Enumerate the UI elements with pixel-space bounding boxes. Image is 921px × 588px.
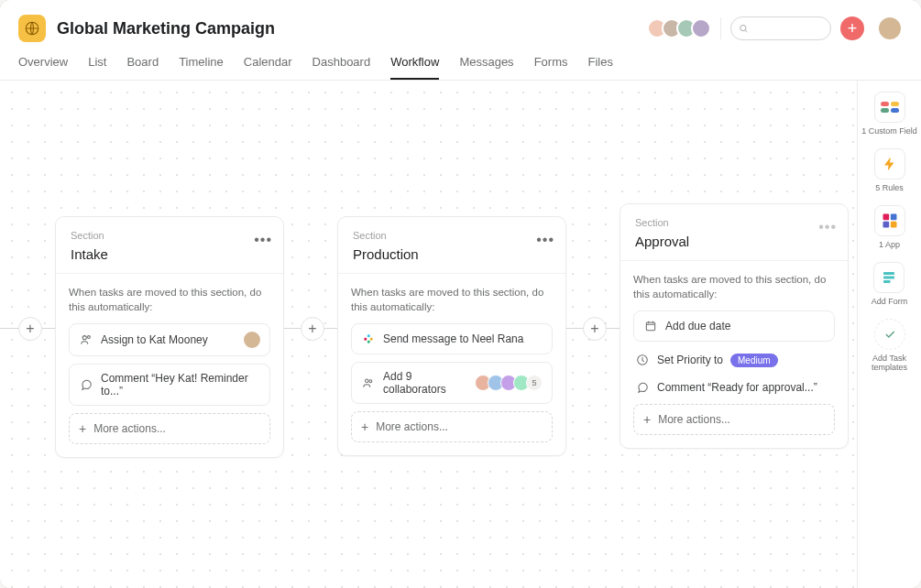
svg-rect-14	[883, 222, 889, 228]
priority-icon	[635, 353, 650, 367]
rule-text: Add due date	[665, 320, 730, 332]
section-label: Section	[353, 230, 551, 241]
tab-timeline[interactable]: Timeline	[179, 55, 224, 80]
user-avatar[interactable]	[877, 16, 903, 41]
search-input[interactable]	[730, 16, 831, 40]
rule-comment[interactable]: Comment “Hey Kat! Reminder to...”	[69, 364, 270, 406]
section-approval: Section Approval ••• When tasks are move…	[619, 203, 849, 449]
tab-board[interactable]: Board	[126, 55, 159, 80]
svg-point-8	[366, 379, 369, 383]
svg-rect-5	[367, 335, 370, 338]
more-actions[interactable]: + More actions...	[633, 404, 835, 435]
header: Global Marketing Campaign + Overview	[0, 0, 921, 81]
workflow-canvas[interactable]: + + + Section Intake ••• When tasks are …	[0, 81, 857, 588]
section-title: Approval	[635, 234, 833, 249]
tab-forms[interactable]: Forms	[534, 55, 568, 80]
svg-point-1	[740, 25, 746, 30]
body: + + + Section Intake ••• When tasks are …	[0, 81, 921, 588]
custom-field-icon	[874, 92, 905, 123]
section-label: Section	[635, 217, 833, 228]
rule-text: Assign to Kat Mooney	[101, 333, 236, 346]
section-title: Intake	[71, 246, 269, 262]
tab-messages[interactable]: Messages	[459, 55, 513, 80]
app-window: Global Marketing Campaign + Overview	[0, 0, 921, 588]
rule-duedate[interactable]: Add due date	[633, 310, 835, 342]
collab-avatars: 5	[478, 375, 543, 391]
divider	[720, 17, 721, 39]
svg-rect-17	[883, 277, 894, 279]
tabs: Overview List Board Timeline Calendar Da…	[18, 55, 903, 80]
more-actions[interactable]: + More actions...	[69, 413, 270, 444]
assign-icon	[79, 332, 93, 347]
right-sidebar: 1 Custom Field 5 Rules 1 App Add Form	[857, 81, 921, 588]
rule-slack[interactable]: Send message to Neel Rana	[351, 323, 553, 354]
section-menu-icon[interactable]: •••	[536, 232, 554, 248]
add-section-button[interactable]: +	[583, 317, 607, 341]
comment-icon	[79, 377, 93, 392]
rule-comment[interactable]: Comment “Ready for approval...”	[633, 376, 835, 398]
collaborator-avatars[interactable]	[652, 18, 711, 38]
section-menu-icon[interactable]: •••	[818, 219, 837, 235]
search-icon	[739, 23, 749, 34]
rule-text: Comment “Hey Kat! Reminder to...”	[101, 372, 260, 397]
sidebar-rules[interactable]: 5 Rules	[874, 148, 905, 192]
project-title: Global Marketing Campaign	[57, 19, 641, 38]
svg-point-3	[87, 336, 90, 339]
svg-rect-10	[646, 322, 654, 331]
rule-text: Set Priority to	[657, 354, 723, 366]
svg-point-9	[369, 380, 372, 383]
tab-overview[interactable]: Overview	[18, 55, 68, 80]
sidebar-custom-field[interactable]: 1 Custom Field	[861, 92, 917, 136]
svg-rect-4	[364, 338, 367, 341]
section-desc: When tasks are moved to this section, do…	[633, 272, 835, 301]
section-menu-icon[interactable]: •••	[254, 232, 272, 248]
rule-text: Add 9 collaborators	[383, 370, 471, 396]
section-production: Section Production ••• When tasks are mo…	[337, 216, 566, 456]
sidebar-apps[interactable]: 1 App	[874, 205, 905, 249]
add-section-button[interactable]: +	[18, 317, 42, 341]
rule-assign[interactable]: Assign to Kat Mooney	[69, 323, 270, 356]
comment-icon	[635, 380, 650, 395]
priority-badge: Medium	[730, 354, 778, 367]
bolt-icon	[874, 148, 905, 180]
sidebar-add-form[interactable]: Add Form	[872, 262, 908, 306]
add-button[interactable]: +	[840, 16, 864, 40]
project-icon	[18, 15, 46, 42]
slack-icon	[361, 332, 376, 346]
calendar-icon	[643, 319, 658, 333]
svg-rect-18	[883, 280, 891, 283]
section-desc: When tasks are moved to this section, do…	[351, 285, 553, 314]
tab-files[interactable]: Files	[587, 55, 612, 80]
tab-dashboard[interactable]: Dashboard	[312, 55, 371, 80]
tab-calendar[interactable]: Calendar	[244, 55, 292, 80]
add-section-button[interactable]: +	[301, 317, 324, 341]
svg-rect-13	[890, 214, 896, 221]
tab-list[interactable]: List	[88, 55, 106, 80]
rule-text: Send message to Neel Rana	[383, 332, 523, 345]
svg-point-2	[82, 336, 86, 340]
apps-icon	[874, 205, 905, 236]
section-intake: Section Intake ••• When tasks are moved …	[55, 216, 284, 458]
form-icon	[873, 262, 905, 293]
svg-rect-15	[890, 222, 896, 228]
rule-priority[interactable]: Set Priority to Medium	[633, 349, 835, 371]
svg-rect-12	[883, 214, 889, 221]
section-label: Section	[71, 230, 269, 241]
section-title: Production	[353, 246, 551, 262]
section-desc: When tasks are moved to this section, do…	[69, 285, 270, 314]
svg-rect-7	[367, 341, 370, 343]
svg-rect-16	[883, 272, 894, 275]
rule-text: Comment “Ready for approval...”	[657, 381, 817, 394]
more-actions[interactable]: + More actions...	[351, 411, 553, 442]
tab-workflow[interactable]: Workflow	[390, 55, 439, 80]
assignee-avatar	[244, 332, 260, 348]
template-icon	[874, 319, 905, 350]
svg-rect-6	[370, 338, 373, 341]
sidebar-task-templates[interactable]: Add Task templates	[858, 319, 921, 372]
rule-collab[interactable]: Add 9 collaborators 5	[351, 362, 553, 404]
collaborators-icon	[361, 376, 376, 390]
